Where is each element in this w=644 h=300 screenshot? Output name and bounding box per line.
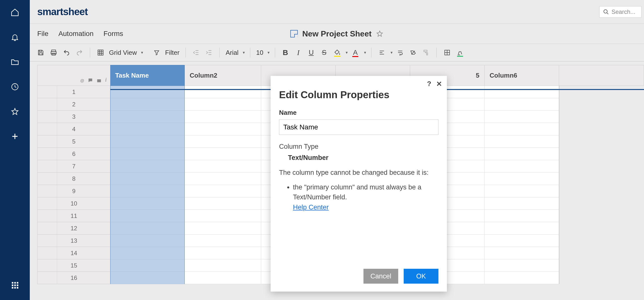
cell[interactable] — [484, 235, 559, 247]
row-number[interactable]: 3 — [37, 111, 110, 123]
clock-icon[interactable] — [10, 82, 20, 92]
cell[interactable] — [110, 247, 185, 259]
cell[interactable] — [185, 247, 261, 259]
row-number[interactable]: 5 — [37, 135, 110, 148]
highlight-icon[interactable] — [454, 47, 466, 58]
menu-automation[interactable]: Automation — [58, 30, 94, 38]
column-header-2[interactable]: Column2 — [185, 65, 261, 86]
cell[interactable] — [484, 111, 559, 123]
cell[interactable] — [185, 148, 261, 160]
row-number[interactable]: 14 — [37, 247, 110, 259]
save-icon[interactable] — [35, 47, 47, 58]
fill-color-icon[interactable] — [331, 47, 343, 58]
help-icon[interactable]: ? — [427, 80, 431, 88]
view-selector[interactable]: Grid View — [108, 49, 138, 56]
column-header-6[interactable]: Column6 — [484, 65, 559, 86]
column-header-primary[interactable]: Task Name — [110, 65, 185, 86]
filter-button[interactable]: Filter — [164, 49, 181, 56]
apps-icon[interactable] — [10, 280, 20, 290]
info-icon[interactable]: i — [105, 76, 107, 83]
row-number[interactable]: 6 — [37, 148, 110, 160]
cell[interactable] — [185, 210, 261, 222]
cell[interactable] — [559, 210, 644, 222]
cell[interactable] — [185, 222, 261, 235]
cell[interactable] — [110, 272, 185, 284]
cell[interactable] — [185, 272, 261, 284]
italic-icon[interactable]: I — [292, 47, 304, 58]
cancel-button[interactable]: Cancel — [364, 269, 398, 284]
cell[interactable] — [484, 123, 559, 135]
star-icon[interactable] — [10, 107, 20, 117]
indent-icon[interactable] — [203, 47, 215, 58]
cell[interactable] — [110, 197, 185, 210]
format-painter-icon[interactable] — [420, 47, 432, 58]
row-number[interactable]: 12 — [37, 222, 110, 235]
clear-format-icon[interactable] — [407, 47, 419, 58]
underline-icon[interactable]: U — [305, 47, 317, 58]
help-center-link[interactable]: Help Center — [293, 204, 329, 211]
cell[interactable] — [185, 123, 261, 135]
grid-view-icon[interactable] — [94, 47, 106, 58]
cell[interactable] — [559, 148, 644, 160]
cell[interactable] — [110, 123, 185, 135]
cell[interactable] — [484, 98, 559, 111]
home-icon[interactable] — [10, 7, 20, 17]
cell[interactable] — [484, 259, 559, 272]
sheet-title[interactable]: New Project Sheet — [302, 29, 372, 38]
row-number[interactable]: 9 — [37, 185, 110, 197]
cell[interactable] — [110, 172, 185, 185]
row-number[interactable]: 8 — [37, 172, 110, 185]
cell[interactable] — [484, 135, 559, 148]
font-selector[interactable]: Arial — [224, 49, 240, 56]
print-icon[interactable] — [48, 47, 60, 58]
cell[interactable] — [559, 172, 644, 185]
cell[interactable] — [559, 123, 644, 135]
cell[interactable] — [185, 135, 261, 148]
cell[interactable] — [185, 185, 261, 197]
cell[interactable] — [484, 272, 559, 284]
row-number[interactable]: 7 — [37, 160, 110, 172]
column-name-input[interactable] — [279, 120, 438, 135]
wrap-icon[interactable] — [394, 47, 406, 58]
cell[interactable] — [559, 86, 644, 98]
attachment-icon[interactable]: @ — [80, 79, 84, 83]
align-icon[interactable] — [376, 47, 388, 58]
row-number[interactable]: 1 — [37, 86, 110, 98]
folder-icon[interactable] — [10, 57, 20, 67]
cell[interactable] — [185, 197, 261, 210]
cell[interactable] — [559, 111, 644, 123]
cell[interactable] — [110, 235, 185, 247]
cell[interactable] — [484, 185, 559, 197]
cell[interactable] — [110, 222, 185, 235]
text-color-icon[interactable]: A — [349, 47, 361, 58]
row-number[interactable]: 4 — [37, 123, 110, 135]
cell[interactable] — [559, 235, 644, 247]
cell[interactable] — [110, 111, 185, 123]
cell[interactable] — [185, 98, 261, 111]
chevron-down-icon[interactable]: ▼ — [267, 51, 270, 55]
cell[interactable] — [110, 259, 185, 272]
cell[interactable] — [110, 185, 185, 197]
strikethrough-icon[interactable]: S — [318, 47, 330, 58]
row-number[interactable]: 15 — [37, 259, 110, 272]
cell[interactable] — [185, 86, 261, 98]
cell[interactable] — [559, 222, 644, 235]
cell[interactable] — [484, 210, 559, 222]
filter-icon[interactable] — [151, 47, 162, 58]
row-number[interactable]: 16 — [37, 272, 110, 284]
favorite-star-icon[interactable] — [376, 30, 384, 37]
cell[interactable] — [484, 222, 559, 235]
borders-icon[interactable] — [441, 47, 453, 58]
bell-icon[interactable] — [10, 32, 20, 42]
bold-icon[interactable]: B — [280, 47, 292, 58]
cell[interactable] — [185, 259, 261, 272]
plus-icon[interactable] — [10, 131, 20, 141]
chevron-down-icon[interactable]: ▼ — [242, 51, 246, 55]
row-number[interactable]: 13 — [37, 235, 110, 247]
cell[interactable] — [110, 210, 185, 222]
cell[interactable] — [559, 135, 644, 148]
cell[interactable] — [559, 98, 644, 111]
cell[interactable] — [484, 247, 559, 259]
close-icon[interactable]: ✕ — [436, 80, 442, 88]
chevron-down-icon[interactable]: ▼ — [390, 51, 393, 55]
